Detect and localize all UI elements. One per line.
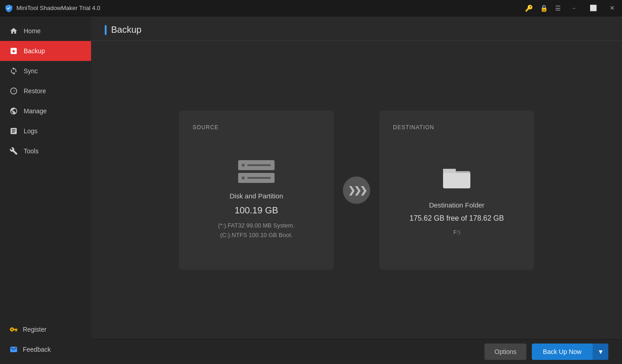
lock-icon[interactable]: 🔒 xyxy=(540,5,548,12)
destination-size: 175.62 GB free of 178.62 GB xyxy=(409,214,504,222)
menu-icon[interactable]: ☰ xyxy=(555,5,561,12)
page-header: Backup xyxy=(91,16,622,41)
backup-area: SOURCE Disk and Partition xyxy=(91,41,622,339)
sidebar-label-tools: Tools xyxy=(24,147,39,155)
register-icon xyxy=(9,325,18,334)
source-card[interactable]: SOURCE Disk and Partition xyxy=(179,111,334,270)
close-button[interactable]: ✕ xyxy=(607,4,617,12)
app-logo xyxy=(5,4,13,12)
options-button[interactable]: Options xyxy=(484,344,526,360)
sidebar-bottom: Register Feedback xyxy=(0,319,91,364)
sidebar-item-logs[interactable]: Logs xyxy=(0,121,91,141)
feedback-label: Feedback xyxy=(23,346,51,353)
backup-now-button[interactable]: Back Up Now xyxy=(532,344,592,360)
logs-icon xyxy=(9,126,18,136)
titlebar-controls: 🔑 🔒 ☰ － ⬜ ✕ xyxy=(525,3,617,13)
destination-path: F:\ xyxy=(453,228,460,238)
destination-card[interactable]: DESTINATION Destination Folder xyxy=(379,111,534,270)
source-detail: (*:).FAT32 99.00 MB System. (C:).NTFS 10… xyxy=(218,221,295,240)
tools-icon xyxy=(9,147,18,156)
svg-rect-2 xyxy=(443,169,456,173)
arrow-button[interactable]: ❯❯❯ xyxy=(343,177,370,204)
source-label: SOURCE xyxy=(193,124,219,131)
page-title: Backup xyxy=(111,25,142,35)
minimize-button[interactable]: － xyxy=(568,3,580,13)
sidebar: Home Backup Sync Restore xyxy=(0,16,91,364)
disk-icon xyxy=(238,160,275,183)
sidebar-label-sync: Sync xyxy=(24,67,38,75)
manage-icon xyxy=(9,106,18,116)
titlebar-left: MiniTool ShadowMaker Trial 4.0 xyxy=(5,4,100,12)
sidebar-label-manage: Manage xyxy=(24,107,47,115)
main-content: Backup SOURCE xyxy=(91,16,622,364)
restore-icon xyxy=(9,86,18,96)
sidebar-item-sync[interactable]: Sync xyxy=(0,61,91,81)
svg-rect-3 xyxy=(443,173,470,188)
sidebar-label-backup: Backup xyxy=(24,47,45,55)
sidebar-item-restore[interactable]: Restore xyxy=(0,81,91,101)
sidebar-item-home[interactable]: Home xyxy=(0,21,91,41)
sidebar-label-restore: Restore xyxy=(24,87,46,95)
key-icon[interactable]: 🔑 xyxy=(525,5,533,12)
destination-label: DESTINATION xyxy=(393,124,434,131)
sidebar-label-logs: Logs xyxy=(24,127,37,135)
app-container: Home Backup Sync Restore xyxy=(0,16,622,364)
restore-button[interactable]: ⬜ xyxy=(587,4,600,12)
home-icon xyxy=(9,26,18,35)
sync-icon xyxy=(9,66,18,76)
source-title: Disk and Partition xyxy=(229,192,283,200)
sidebar-item-backup[interactable]: Backup xyxy=(0,41,91,61)
backup-icon xyxy=(9,46,18,56)
destination-title: Destination Folder xyxy=(429,201,484,209)
backup-now-wrapper: Back Up Now ▼ xyxy=(532,344,608,360)
sidebar-item-register[interactable]: Register xyxy=(0,319,91,339)
bottom-bar: Options Back Up Now ▼ xyxy=(91,339,622,364)
sidebar-item-manage[interactable]: Manage xyxy=(0,101,91,121)
source-size: 100.19 GB xyxy=(235,205,278,216)
register-label: Register xyxy=(23,326,46,333)
sidebar-item-feedback[interactable]: Feedback xyxy=(0,339,91,359)
feedback-icon xyxy=(9,345,18,354)
backup-now-dropdown[interactable]: ▼ xyxy=(592,344,608,360)
sidebar-item-tools[interactable]: Tools xyxy=(0,141,91,161)
app-title: MiniTool ShadowMaker Trial 4.0 xyxy=(16,5,100,11)
sidebar-label-home: Home xyxy=(24,27,41,35)
titlebar: MiniTool ShadowMaker Trial 4.0 🔑 🔒 ☰ － ⬜… xyxy=(0,0,622,16)
header-accent xyxy=(105,25,107,35)
folder-icon xyxy=(441,163,473,192)
